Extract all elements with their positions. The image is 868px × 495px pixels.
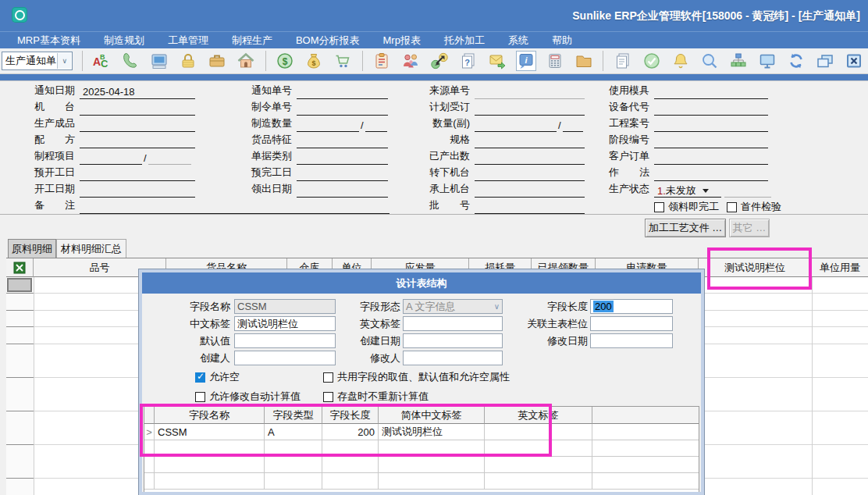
- field-product[interactable]: [80, 119, 195, 132]
- col-header-test-note-field[interactable]: 测试说明栏位: [699, 258, 812, 277]
- doc-type-select[interactable]: 生产通知单 ∨: [2, 52, 73, 70]
- checkbox-allow-null[interactable]: 允许空: [195, 370, 240, 384]
- cell-field-type[interactable]: A: [265, 424, 322, 440]
- checkbox-icon[interactable]: [654, 202, 664, 212]
- menu-item-bom-report[interactable]: BOM分析报表: [296, 34, 360, 48]
- lock-icon[interactable]: [179, 52, 197, 70]
- computer-icon[interactable]: [150, 52, 169, 70]
- checkbox-allow-modify-calc[interactable]: 允许修改自动计算值: [195, 390, 301, 404]
- field-mold[interactable]: [654, 86, 768, 99]
- close-icon[interactable]: [845, 52, 863, 70]
- calculator-icon[interactable]: [546, 52, 564, 70]
- cascade-windows-icon[interactable]: [816, 52, 834, 70]
- dialog-cn-label-input[interactable]: 测试说明栏位: [234, 316, 336, 331]
- checkbox-icon[interactable]: [195, 392, 205, 402]
- bell-icon[interactable]: [671, 52, 690, 70]
- checkbox-issue-complete[interactable]: 领料即完工: [654, 200, 719, 214]
- field-qty-sub[interactable]: [475, 119, 557, 132]
- dialog-creator-input[interactable]: [234, 351, 336, 365]
- tab-raw-material-detail[interactable]: 原料明细: [8, 239, 56, 258]
- field-remark[interactable]: [80, 201, 390, 214]
- field-prev-machine[interactable]: [475, 184, 585, 198]
- selected-row-indicator[interactable]: [7, 278, 32, 292]
- dollar-coin-icon[interactable]: $: [276, 52, 294, 70]
- dialog-link-col-input[interactable]: [590, 316, 673, 331]
- field-status-extra[interactable]: [724, 184, 771, 198]
- dialog-title-bar[interactable]: 设计表结构: [142, 272, 701, 294]
- field-mfg-qty-2[interactable]: [365, 119, 387, 132]
- prod-status-dropdown[interactable]: 1. 未发放: [654, 184, 721, 198]
- checkbox-no-recalc-on-save[interactable]: 存盘时不重新计算值: [323, 390, 429, 404]
- checkbox-icon[interactable]: [727, 202, 737, 212]
- menu-item-mfg-plan[interactable]: 制造规划: [104, 34, 144, 48]
- craft-file-button[interactable]: 加工工艺文件 …: [645, 219, 726, 237]
- field-method[interactable]: [654, 168, 768, 181]
- money-bag-icon[interactable]: $: [304, 52, 323, 70]
- menu-item-help[interactable]: 帮助: [552, 34, 572, 48]
- field-process-item-2[interactable]: [148, 151, 191, 165]
- folder-icon[interactable]: [575, 52, 593, 70]
- field-batch-no[interactable]: [475, 201, 585, 214]
- col-header-cn-label[interactable]: 简体中文标签: [379, 407, 485, 424]
- field-order-no[interactable]: [297, 102, 388, 116]
- field-feature[interactable]: [297, 135, 388, 148]
- cell-field-name[interactable]: CSSM: [155, 424, 265, 440]
- dialog-default-input[interactable]: [234, 333, 336, 348]
- checkbox-icon[interactable]: [323, 392, 333, 402]
- cell-field-length[interactable]: 200: [322, 424, 379, 440]
- monitor-icon[interactable]: [758, 52, 777, 70]
- field-issue-date[interactable]: [297, 184, 388, 198]
- field-produced-qty[interactable]: [475, 151, 585, 165]
- field-stage-no[interactable]: [654, 135, 768, 148]
- tab-material-summary[interactable]: 材料明细汇总: [56, 239, 126, 258]
- field-next-machine[interactable]: [475, 168, 585, 181]
- briefcase-icon[interactable]: [208, 52, 226, 70]
- field-device-no[interactable]: [654, 102, 768, 116]
- col-header-field-name[interactable]: 字段名称: [155, 407, 265, 424]
- col-header-field-length[interactable]: 字段长度: [322, 407, 379, 424]
- cell-en-label[interactable]: [485, 424, 592, 440]
- dialog-en-label-input[interactable]: [403, 316, 503, 331]
- check-circle-icon[interactable]: [642, 52, 661, 70]
- dialog-modifier-input[interactable]: [403, 351, 503, 365]
- export-excel-button[interactable]: [6, 258, 34, 277]
- field-plan-finish[interactable]: [297, 168, 388, 181]
- refresh-icon[interactable]: [787, 52, 806, 70]
- field-spec[interactable]: [475, 135, 585, 148]
- chevron-down-icon[interactable]: ∨: [57, 53, 71, 69]
- col-header-en-label[interactable]: 英文标签: [485, 407, 592, 424]
- mail-send-icon[interactable]: [488, 52, 507, 70]
- copy-doc-icon[interactable]: [614, 52, 632, 70]
- shopping-cart-icon[interactable]: [333, 52, 352, 70]
- menu-item-outsourcing[interactable]: 托外加工: [444, 34, 485, 48]
- checkbox-checked-icon[interactable]: [195, 372, 205, 383]
- checkbox-icon[interactable]: [323, 372, 333, 383]
- field-notify-date[interactable]: 2025-04-18: [80, 86, 195, 99]
- checkbox-first-inspect[interactable]: 首件检验: [727, 200, 781, 214]
- field-start-date[interactable]: [80, 184, 195, 198]
- field-formula[interactable]: [80, 135, 195, 148]
- field-machine[interactable]: [80, 102, 195, 116]
- field-plan-order[interactable]: [475, 102, 585, 116]
- menu-item-system[interactable]: 系统: [508, 34, 528, 48]
- field-doc-class[interactable]: [297, 151, 388, 165]
- field-plan-start[interactable]: [80, 168, 195, 181]
- menu-item-mrp-report[interactable]: Mrp报表: [383, 34, 421, 48]
- sitemap-icon[interactable]: [729, 52, 748, 70]
- menu-item-mrp-base[interactable]: MRP基本资料: [17, 34, 80, 48]
- field-customer-order[interactable]: [654, 151, 768, 165]
- dialog-modify-date-input[interactable]: [590, 333, 673, 348]
- home-icon[interactable]: [237, 52, 255, 70]
- field-source-no[interactable]: [475, 86, 585, 99]
- clipboard-icon[interactable]: [372, 52, 391, 70]
- help-doc-icon[interactable]: ?: [459, 52, 478, 70]
- info-icon[interactable]: i: [517, 52, 535, 70]
- users-icon[interactable]: [401, 52, 420, 70]
- field-project-no[interactable]: [654, 119, 768, 132]
- field-mfg-qty[interactable]: [297, 119, 359, 132]
- dialog-field-length-input[interactable]: 200: [590, 299, 673, 314]
- link-arrows-icon[interactable]: [430, 52, 449, 70]
- field-table-row[interactable]: > CSSM A 200 测试说明栏位: [144, 424, 699, 440]
- menu-item-work-order[interactable]: 工单管理: [168, 34, 208, 48]
- checkbox-share-field[interactable]: 共用字段的取值、默认值和允许空属性: [323, 370, 510, 384]
